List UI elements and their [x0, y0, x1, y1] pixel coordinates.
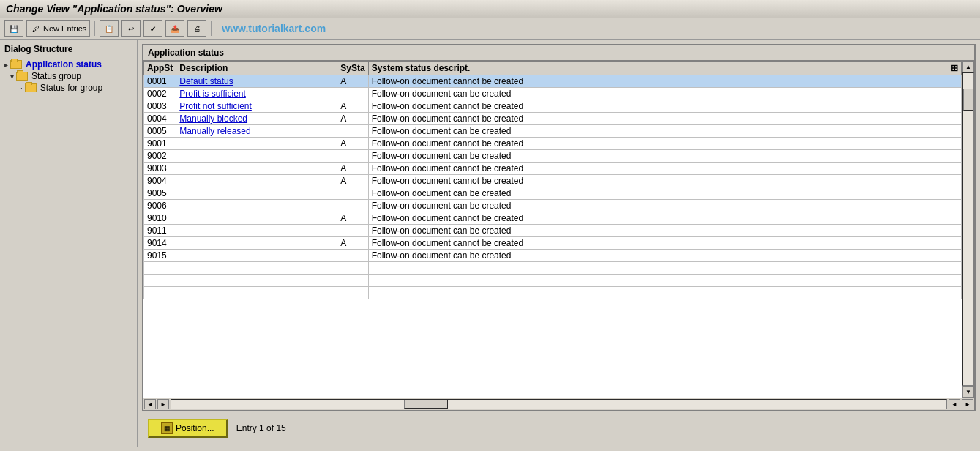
col-header-system-status-desc: System status descript. ⊞	[368, 61, 961, 75]
cell-system-status-desc: Follow-on document cannot be created	[368, 212, 961, 225]
cell-appst: 0002	[144, 88, 176, 100]
cell-description[interactable]: Manually released	[176, 125, 337, 138]
cell-description[interactable]: Manually blocked	[176, 113, 337, 125]
cell-system-status-desc: Follow-on document cannot be created	[368, 138, 961, 150]
table-row-empty	[144, 275, 962, 287]
scroll-track-horizontal[interactable]	[171, 399, 947, 409]
new-entries-icon: 🖊	[30, 23, 42, 34]
cell-description[interactable]	[176, 163, 337, 175]
table-row[interactable]: 0002Profit is sufficientFollow-on docume…	[144, 88, 962, 100]
scroll-left-end-button[interactable]: ◄	[949, 399, 960, 409]
cell-appst: 0005	[144, 125, 176, 138]
sidebar: Dialog Structure ▸ Application status ▾ …	[0, 40, 138, 447]
table-row[interactable]: 0001Default statusAFollow-on document ca…	[144, 75, 962, 88]
table-row[interactable]: 0004Manually blockedAFollow-on document …	[144, 113, 962, 125]
cell-description[interactable]	[176, 250, 337, 262]
new-entries-label: New Entries	[43, 24, 86, 33]
position-icon: ▦	[161, 422, 173, 434]
cell-system-status-desc: Follow-on document cannot be created	[368, 75, 961, 88]
new-entries-button[interactable]: 🖊 New Entries	[26, 20, 90, 37]
description-link[interactable]: Profit not sufficient	[179, 101, 252, 111]
scroll-up-button[interactable]: ▲	[962, 61, 974, 72]
undo-button[interactable]: ↩	[121, 20, 141, 37]
cell-description[interactable]	[176, 138, 337, 150]
table-row[interactable]: 9004AFollow-on document cannot be create…	[144, 175, 962, 187]
cell-description[interactable]	[176, 237, 337, 250]
cell-systa	[337, 150, 368, 163]
cell-description[interactable]	[176, 150, 337, 163]
cell-system-status-desc: Follow-on document cannot be created	[368, 163, 961, 175]
sidebar-item-status-group[interactable]: ▾ Status group	[3, 70, 134, 82]
description-link[interactable]: Manually blocked	[179, 113, 247, 124]
cell-appst: 9004	[144, 175, 176, 187]
cell-appst: 9014	[144, 237, 176, 250]
cell-systa	[337, 225, 368, 237]
cell-description[interactable]	[176, 175, 337, 187]
cell-appst: 9002	[144, 150, 176, 163]
column-settings-icon[interactable]: ⊞	[951, 63, 958, 73]
cell-system-status-desc: Follow-on document can be created	[368, 250, 961, 262]
separator-2	[211, 21, 212, 36]
description-link[interactable]: Profit is sufficient	[179, 89, 245, 99]
description-link[interactable]: Manually released	[179, 126, 250, 136]
table-row[interactable]: 9011Follow-on document can be created	[144, 225, 962, 237]
export-button[interactable]: 📤	[165, 20, 184, 37]
table-row[interactable]: 0005Manually releasedFollow-on document …	[144, 125, 962, 138]
table-row[interactable]: 9006Follow-on document can be created	[144, 200, 962, 212]
copy-button[interactable]: 📋	[100, 20, 119, 37]
cell-system-status-desc: Follow-on document can be created	[368, 225, 961, 237]
cell-appst: 0001	[144, 75, 176, 88]
position-label: Position...	[176, 423, 214, 433]
cell-appst: 9003	[144, 163, 176, 175]
table-row[interactable]: 9014AFollow-on document cannot be create…	[144, 237, 962, 250]
cell-description[interactable]: Profit is sufficient	[176, 88, 337, 100]
scroll-down-button[interactable]: ▼	[962, 386, 974, 398]
scroll-right-button[interactable]: ►	[157, 399, 169, 409]
description-link[interactable]: Default status	[179, 76, 233, 86]
cell-system-status-desc: Follow-on document can be created	[368, 200, 961, 212]
print-button[interactable]: 🖨	[187, 20, 206, 37]
scroll-thumb-vertical[interactable]	[963, 89, 973, 111]
sidebar-label-status-for-group: Status for group	[40, 83, 102, 93]
table-scroll-area: AppSt Description SySta System status de…	[143, 61, 974, 398]
table-row[interactable]: 9002Follow-on document can be created	[144, 150, 962, 163]
cell-systa: A	[337, 212, 368, 225]
scroll-track-vertical[interactable]	[962, 72, 974, 386]
separator-1	[94, 21, 95, 36]
table-container: Application status AppSt Description SyS…	[142, 44, 976, 411]
table-row[interactable]: 9010AFollow-on document cannot be create…	[144, 212, 962, 225]
cell-description[interactable]	[176, 200, 337, 212]
sidebar-label-application-status: Application status	[26, 59, 102, 70]
dot-bullet: ·	[20, 84, 23, 92]
bottom-bar: ▦ Position... Entry 1 of 15	[142, 414, 976, 442]
folder-icon-3	[25, 83, 37, 92]
sidebar-label-status-group: Status group	[31, 71, 81, 81]
save-button[interactable]: 💾	[4, 20, 23, 37]
sidebar-title: Dialog Structure	[3, 42, 134, 56]
table-row[interactable]: 9005Follow-on document can be created	[144, 187, 962, 200]
sidebar-item-application-status[interactable]: ▸ Application status	[3, 59, 134, 70]
cell-description[interactable]	[176, 212, 337, 225]
undo-icon: ↩	[125, 23, 137, 34]
scroll-left-button[interactable]: ◄	[144, 399, 156, 409]
scroll-thumb-horizontal[interactable]	[404, 400, 448, 409]
copy-icon: 📋	[103, 23, 115, 34]
check-button[interactable]: ✔	[143, 20, 162, 37]
cell-appst: 0004	[144, 113, 176, 125]
print-icon: 🖨	[191, 23, 203, 34]
cell-description[interactable]	[176, 187, 337, 200]
cell-description[interactable]	[176, 225, 337, 237]
sidebar-item-status-for-group[interactable]: · Status for group	[3, 82, 134, 94]
table-row[interactable]: 9015Follow-on document can be created	[144, 250, 962, 262]
cell-system-status-desc: Follow-on document cannot be created	[368, 237, 961, 250]
table-row[interactable]: 0003Profit not sufficientAFollow-on docu…	[144, 100, 962, 113]
expand-bullet-1: ▸	[4, 61, 8, 69]
watermark: www.tutorialkart.com	[222, 23, 326, 34]
table-row[interactable]: 9003AFollow-on document cannot be create…	[144, 163, 962, 175]
vertical-scrollbar[interactable]: ▲ ▼	[962, 61, 974, 398]
position-button[interactable]: ▦ Position...	[148, 419, 228, 438]
cell-description[interactable]: Default status	[176, 75, 337, 88]
table-row[interactable]: 9001AFollow-on document cannot be create…	[144, 138, 962, 150]
cell-description[interactable]: Profit not sufficient	[176, 100, 337, 113]
scroll-right-end-button[interactable]: ►	[962, 399, 973, 409]
